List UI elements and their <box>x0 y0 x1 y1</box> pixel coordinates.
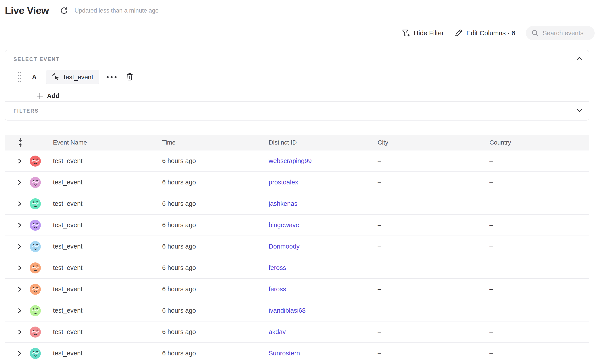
live-view-page: Live View Updated less than a minute ago… <box>0 0 607 364</box>
table-row: test_event 6 hours ago feross – – <box>5 257 589 279</box>
expand-row-button[interactable] <box>17 179 26 186</box>
expand-row-button[interactable] <box>17 243 26 250</box>
distinct-id-link[interactable]: Sunrostern <box>269 350 300 357</box>
event-selector-chip[interactable]: test_event <box>46 70 99 84</box>
event-name-cell: test_event <box>48 200 158 207</box>
time-cell: 6 hours ago <box>158 200 266 207</box>
expand-row-button[interactable] <box>17 350 26 357</box>
refresh-icon <box>60 6 68 15</box>
country-cell: – <box>484 328 589 336</box>
distinct-id-link[interactable]: jashkenas <box>269 200 298 207</box>
city-cell: – <box>374 350 484 357</box>
table-row: test_event 6 hours ago webscraping99 – – <box>5 151 589 172</box>
filters-label: FILTERS <box>14 108 39 114</box>
drag-handle[interactable] <box>17 70 22 84</box>
country-cell: – <box>484 157 589 165</box>
expand-row-button[interactable] <box>17 265 26 271</box>
plus-icon <box>36 92 43 100</box>
ellipsis-icon <box>106 75 117 79</box>
time-cell: 6 hours ago <box>158 243 266 250</box>
table-row: test_event 6 hours ago Sunrostern – – <box>5 343 589 364</box>
country-cell: – <box>484 200 589 207</box>
city-cell: – <box>374 179 484 186</box>
expand-row-button[interactable] <box>17 222 26 229</box>
user-avatar <box>30 220 41 231</box>
collapse-all-rows-button[interactable] <box>17 138 26 147</box>
search-icon <box>531 29 539 37</box>
table-body: test_event 6 hours ago webscraping99 – – <box>5 151 589 364</box>
time-cell: 6 hours ago <box>158 264 266 272</box>
city-cell: – <box>374 243 484 250</box>
chevron-right-icon <box>17 243 22 250</box>
expand-row-button[interactable] <box>17 158 26 164</box>
city-cell: – <box>374 264 484 272</box>
user-avatar <box>30 262 41 273</box>
table-row: test_event 6 hours ago akdav – – <box>5 322 589 343</box>
user-avatar <box>30 348 41 359</box>
more-options-button[interactable] <box>106 75 117 79</box>
time-cell: 6 hours ago <box>158 157 266 165</box>
collapse-section-button[interactable] <box>576 55 583 61</box>
country-cell: – <box>484 179 589 186</box>
distinct-id-link[interactable]: bingewave <box>269 221 299 229</box>
select-event-label: SELECT EVENT <box>14 56 580 62</box>
distinct-id-link[interactable]: webscraping99 <box>269 157 312 164</box>
city-cell: – <box>374 286 484 293</box>
distinct-id-link[interactable]: feross <box>269 286 286 293</box>
delete-event-button[interactable] <box>126 73 134 81</box>
table-header-row: Event Name Time Distinct ID City Country <box>5 135 589 151</box>
events-table: Event Name Time Distinct ID City Country <box>5 135 589 364</box>
chevron-up-icon <box>576 55 583 61</box>
event-name-cell: test_event <box>48 157 158 165</box>
user-avatar <box>30 241 41 252</box>
distinct-id-link[interactable]: prostoalex <box>269 179 298 186</box>
filters-section: FILTERS <box>5 101 589 120</box>
hide-filter-button[interactable]: Hide Filter <box>401 29 444 37</box>
event-chip-label: test_event <box>64 74 93 81</box>
add-event-button[interactable]: Add <box>36 92 59 100</box>
drag-handle-icon <box>17 70 22 84</box>
add-button-label: Add <box>47 92 59 100</box>
chevron-right-icon <box>17 158 22 164</box>
table-row: test_event 6 hours ago ivandiblasi68 – – <box>5 300 589 322</box>
table-row: test_event 6 hours ago bingewave – – <box>5 215 589 236</box>
column-header-city: City <box>374 139 484 146</box>
event-name-cell: test_event <box>48 179 158 186</box>
event-name-cell: test_event <box>48 328 158 336</box>
time-cell: 6 hours ago <box>158 221 266 229</box>
chevron-right-icon <box>17 222 22 229</box>
table-row: test_event 6 hours ago prostoalex – – <box>5 172 589 193</box>
city-cell: – <box>374 157 484 165</box>
column-header-time: Time <box>158 139 266 146</box>
user-avatar <box>30 156 41 167</box>
time-cell: 6 hours ago <box>158 179 266 186</box>
event-name-cell: test_event <box>48 307 158 314</box>
chevron-right-icon <box>17 200 22 207</box>
distinct-id-link[interactable]: feross <box>269 264 286 271</box>
distinct-id-link[interactable]: Dorimoody <box>269 243 300 250</box>
trash-icon <box>126 73 134 81</box>
expand-filters-button[interactable] <box>576 108 583 113</box>
time-cell: 6 hours ago <box>158 328 266 336</box>
edit-columns-label: Edit Columns · 6 <box>466 29 515 37</box>
user-avatar <box>30 305 41 316</box>
distinct-id-link[interactable]: ivandiblasi68 <box>269 307 306 314</box>
distinct-id-link[interactable]: akdav <box>269 328 286 335</box>
chevron-right-icon <box>17 350 22 357</box>
clause-letter: A <box>32 74 37 81</box>
expand-row-button[interactable] <box>17 286 26 293</box>
chevron-right-icon <box>17 307 22 314</box>
expand-row-button[interactable] <box>17 200 26 207</box>
chevron-right-icon <box>17 329 22 335</box>
pencil-icon <box>454 29 463 37</box>
city-cell: – <box>374 328 484 336</box>
refresh-button[interactable] <box>60 6 68 15</box>
expand-row-button[interactable] <box>17 307 26 314</box>
edit-columns-button[interactable]: Edit Columns · 6 <box>454 29 515 37</box>
event-name-cell: test_event <box>48 243 158 250</box>
event-name-cell: test_event <box>48 286 158 293</box>
search-input[interactable] <box>543 29 589 37</box>
table-row: test_event 6 hours ago Dorimoody – – <box>5 236 589 257</box>
expand-row-button[interactable] <box>17 329 26 335</box>
column-header-event-name: Event Name <box>48 139 158 146</box>
